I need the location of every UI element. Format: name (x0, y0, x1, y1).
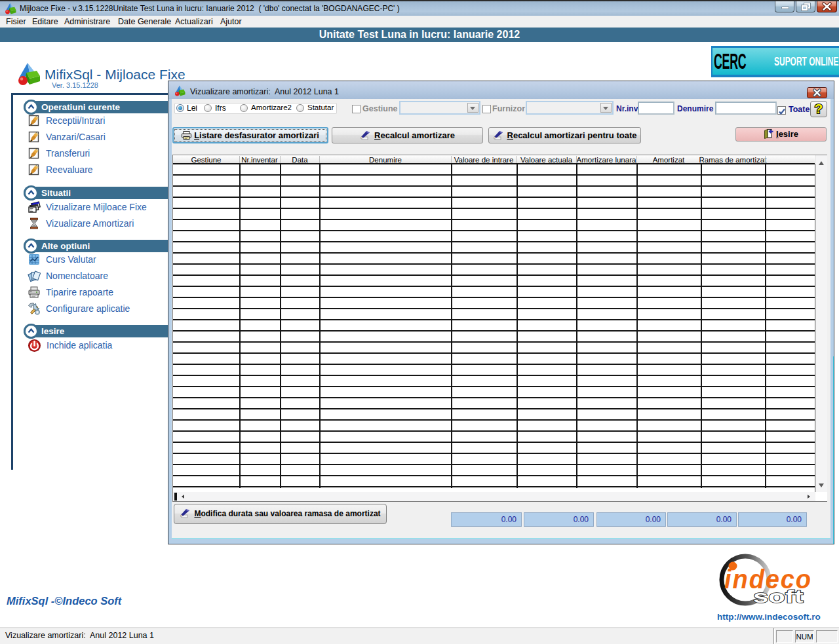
svg-text:?: ? (815, 102, 823, 116)
svg-text:soft: soft (753, 586, 804, 606)
